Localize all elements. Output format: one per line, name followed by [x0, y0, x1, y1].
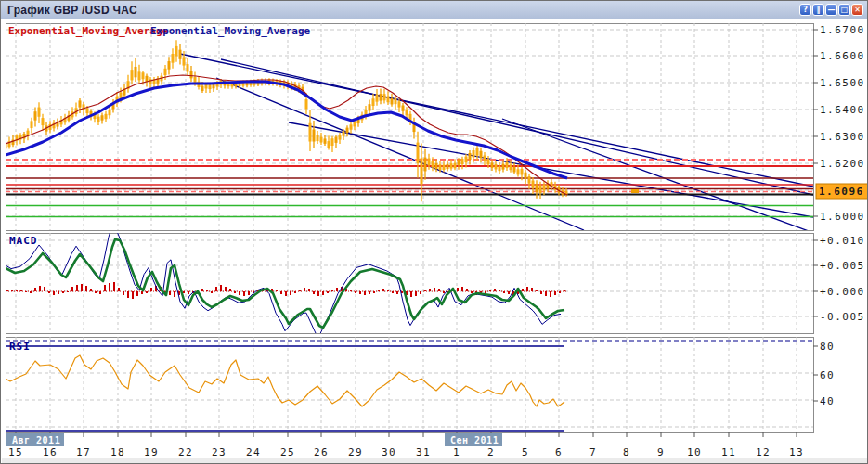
svg-text:-0.005: -0.005 — [820, 311, 865, 323]
svg-text:1.6096: 1.6096 — [819, 186, 864, 198]
svg-text:8: 8 — [623, 446, 630, 458]
svg-text:60: 60 — [820, 369, 835, 381]
svg-text:26: 26 — [314, 446, 329, 458]
svg-text:Exponential_Moving_Average: Exponential_Moving_Average — [8, 25, 169, 37]
svg-text:13: 13 — [789, 446, 804, 458]
svg-text:16: 16 — [43, 446, 58, 458]
svg-text:Авг 2011: Авг 2011 — [12, 435, 60, 445]
svg-text:15: 15 — [8, 446, 23, 458]
svg-text:+0.005: +0.005 — [820, 260, 865, 272]
svg-text:+0.000: +0.000 — [820, 286, 865, 298]
title-bar[interactable]: График GBP /USD ЧАС ? ‖ — □ ✕ — [1, 1, 867, 19]
svg-text:25: 25 — [280, 446, 295, 458]
svg-text:31: 31 — [416, 446, 431, 458]
current-price-tag: 1.6096 — [816, 184, 868, 199]
svg-text:Exponential_Moving_Average: Exponential_Moving_Average — [150, 25, 311, 37]
svg-text:19: 19 — [144, 446, 159, 458]
svg-text:1.6200: 1.6200 — [820, 158, 865, 170]
chart-window: Exponential_Moving_AverageExponential_Mo… — [0, 0, 868, 464]
svg-text:18: 18 — [110, 446, 125, 458]
svg-text:11: 11 — [721, 446, 736, 458]
svg-text:1: 1 — [453, 446, 460, 458]
ema-legend: Exponential_Moving_AverageExponential_Mo… — [8, 25, 311, 37]
close-button[interactable]: ✕ — [851, 4, 863, 16]
svg-text:22: 22 — [178, 446, 193, 458]
window-title: График GBP /USD ЧАС — [1, 4, 137, 17]
help-button[interactable]: ? — [799, 4, 811, 16]
svg-text:5: 5 — [522, 446, 529, 458]
svg-text:23: 23 — [212, 446, 227, 458]
svg-text:24: 24 — [246, 446, 261, 458]
svg-text:40: 40 — [820, 395, 835, 407]
svg-text:10: 10 — [687, 446, 702, 458]
svg-text:1.6700: 1.6700 — [820, 24, 865, 36]
svg-text:6: 6 — [555, 446, 563, 458]
svg-text:RSI: RSI — [9, 341, 31, 353]
svg-text:2: 2 — [487, 446, 495, 458]
svg-text:80: 80 — [820, 341, 835, 353]
svg-text:MACD: MACD — [9, 235, 38, 247]
svg-text:30: 30 — [382, 446, 396, 458]
chart-canvas[interactable]: Exponential_Moving_AverageExponential_Mo… — [1, 1, 868, 464]
window-buttons: ? ‖ — □ ✕ — [799, 4, 863, 16]
svg-text:1.6000: 1.6000 — [820, 211, 865, 223]
svg-text:29: 29 — [348, 446, 363, 458]
svg-text:12: 12 — [756, 446, 771, 458]
svg-text:1.6500: 1.6500 — [820, 77, 865, 89]
svg-text:1.6600: 1.6600 — [820, 50, 865, 62]
svg-text:Сен 2011: Сен 2011 — [450, 435, 499, 445]
svg-text:9: 9 — [657, 446, 665, 458]
svg-text:+0.010: +0.010 — [820, 235, 865, 247]
maximize-button[interactable]: □ — [838, 4, 850, 16]
minimize-button[interactable]: — — [825, 4, 837, 16]
svg-text:1.6300: 1.6300 — [820, 131, 865, 143]
svg-text:1.6400: 1.6400 — [820, 104, 865, 116]
pin-button[interactable]: ‖ — [812, 4, 824, 16]
svg-text:17: 17 — [76, 446, 91, 458]
svg-text:7: 7 — [589, 446, 597, 458]
